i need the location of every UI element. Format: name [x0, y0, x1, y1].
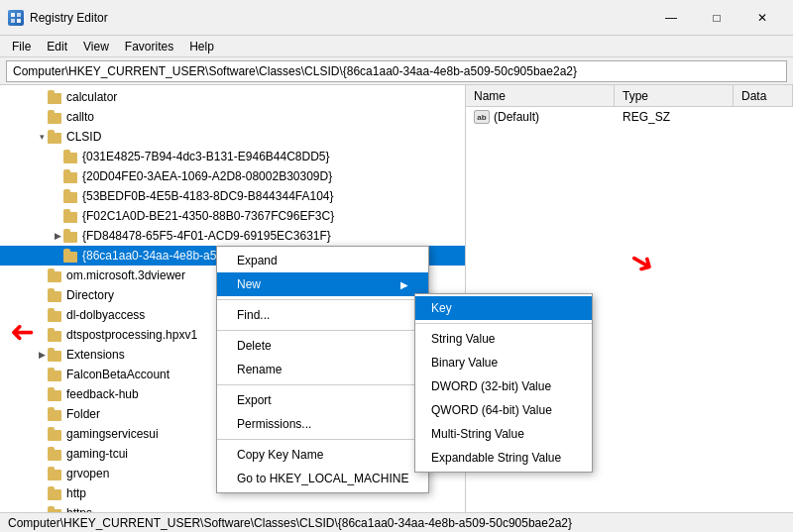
expand-arrow[interactable]	[36, 107, 48, 127]
submenu-arrow: ▶	[400, 279, 408, 290]
folder-icon	[48, 427, 63, 441]
expand-arrow[interactable]	[36, 464, 48, 483]
folder-icon	[48, 467, 63, 480]
address-input[interactable]	[6, 60, 787, 82]
expand-arrow[interactable]	[36, 285, 48, 305]
menu-edit[interactable]: Edit	[39, 38, 75, 55]
tree-item[interactable]: callto	[0, 107, 465, 127]
tree-item-label: Folder	[66, 407, 100, 421]
context-menu-item[interactable]: Export	[217, 388, 428, 412]
window-title: Registry Editor	[30, 11, 648, 25]
folder-icon	[48, 130, 63, 144]
submenu-item[interactable]: QWORD (64-bit) Value	[415, 398, 592, 422]
maximize-button[interactable]: □	[694, 3, 739, 33]
tree-item-label: Directory	[66, 288, 114, 302]
submenu-item[interactable]: Binary Value	[415, 351, 592, 374]
folder-icon	[63, 209, 79, 223]
expand-arrow[interactable]: ▾	[36, 127, 48, 147]
folder-icon	[48, 268, 63, 282]
tree-item-label: http	[66, 486, 86, 500]
tree-item-label: {53BEDF0B-4E5B-4183-8DC9-B844344FA104}	[82, 189, 334, 203]
folder-icon	[63, 249, 79, 263]
detail-row[interactable]: ab(Default)REG_SZ	[466, 107, 793, 127]
expand-arrow[interactable]	[36, 365, 48, 384]
context-menu-item[interactable]: Rename	[217, 358, 428, 381]
tree-item-label: https	[66, 506, 92, 512]
submenu-separator	[415, 323, 592, 324]
context-menu-item[interactable]: Permissions...	[217, 412, 428, 436]
submenu-item[interactable]: DWORD (32-bit) Value	[415, 374, 592, 398]
tree-item[interactable]: calculator	[0, 87, 465, 107]
expand-arrow[interactable]	[36, 483, 48, 503]
expand-arrow[interactable]	[36, 266, 48, 285]
window-controls: — □ ✕	[648, 3, 785, 33]
tree-item-label: CLSID	[66, 130, 101, 144]
expand-arrow[interactable]	[52, 246, 63, 266]
close-button[interactable]: ✕	[739, 3, 785, 33]
context-menu-item[interactable]: Delete	[217, 334, 428, 358]
context-menu-item[interactable]: Go to HKEY_LOCAL_MACHINE	[217, 467, 428, 490]
expand-arrow[interactable]	[36, 424, 48, 444]
tree-item[interactable]: {53BEDF0B-4E5B-4183-8DC9-B844344FA104}	[0, 186, 465, 206]
context-menu-item[interactable]: New▶	[217, 272, 428, 296]
context-menu-separator	[217, 299, 428, 300]
ab-icon: ab	[474, 110, 490, 124]
submenu: KeyString ValueBinary ValueDWORD (32-bit…	[414, 293, 593, 473]
menu-help[interactable]: Help	[181, 38, 222, 55]
expand-arrow[interactable]	[36, 305, 48, 325]
submenu-item[interactable]: Key	[415, 296, 592, 320]
detail-cell-type: REG_SZ	[615, 110, 734, 124]
tree-item[interactable]: {031E4825-7B94-4dc3-B131-E946B44C8DD5}	[0, 147, 465, 166]
context-menu-separator	[217, 439, 428, 440]
tree-item-label: feedback-hub	[66, 387, 139, 401]
tree-item[interactable]: {20D04FE0-3AEA-1069-A2D8-08002B30309D}	[0, 166, 465, 186]
folder-icon	[48, 447, 63, 461]
menu-file[interactable]: File	[4, 38, 39, 55]
expand-arrow[interactable]	[52, 186, 63, 206]
tree-item[interactable]: https	[0, 503, 465, 512]
tree-item-label: Extensions	[66, 348, 125, 362]
svg-rect-1	[17, 13, 21, 17]
context-menu-separator	[217, 330, 428, 331]
expand-arrow[interactable]	[36, 503, 48, 512]
red-arrow-left: ➜	[10, 317, 35, 347]
folder-icon	[63, 189, 79, 203]
tree-item-label: grvopen	[66, 467, 109, 480]
tree-item-label: {20D04FE0-3AEA-1069-A2D8-08002B30309D}	[82, 169, 332, 183]
tree-item-label: gaming-tcui	[66, 447, 128, 461]
expand-arrow[interactable]	[36, 87, 48, 107]
minimize-button[interactable]: —	[648, 3, 694, 33]
tree-item[interactable]: ▾CLSID	[0, 127, 465, 147]
title-bar: Registry Editor — □ ✕	[0, 0, 793, 36]
expand-arrow[interactable]	[52, 166, 63, 186]
folder-icon	[48, 407, 63, 421]
context-menu-separator	[217, 384, 428, 385]
tree-item-label: calculator	[66, 90, 117, 104]
tree-item[interactable]: ▶{FD848478-65F5-4F01-ACD9-69195EC3631F}	[0, 226, 465, 246]
status-bar: Computer\HKEY_CURRENT_USER\Software\Clas…	[0, 512, 793, 532]
context-menu: ExpandNew▶Find...DeleteRenameExportPermi…	[216, 246, 429, 493]
svg-rect-2	[11, 19, 15, 23]
context-menu-item[interactable]: Expand	[217, 249, 428, 272]
menu-bar: File Edit View Favorites Help	[0, 36, 793, 57]
expand-arrow[interactable]	[36, 384, 48, 404]
submenu-item[interactable]: String Value	[415, 327, 592, 351]
folder-icon	[48, 506, 63, 512]
context-menu-item[interactable]: Find...	[217, 303, 428, 327]
submenu-item[interactable]: Expandable String Value	[415, 446, 592, 470]
expand-arrow[interactable]	[36, 444, 48, 464]
expand-arrow[interactable]: ▶	[52, 226, 63, 246]
col-name: Name	[466, 85, 615, 106]
address-bar	[0, 57, 793, 85]
menu-favorites[interactable]: Favorites	[117, 38, 181, 55]
context-menu-item[interactable]: Copy Key Name	[217, 443, 428, 467]
submenu-item[interactable]: Multi-String Value	[415, 422, 592, 446]
menu-view[interactable]: View	[75, 38, 117, 55]
expand-arrow[interactable]: ▶	[36, 345, 48, 365]
expand-arrow[interactable]	[36, 325, 48, 345]
expand-arrow[interactable]	[52, 147, 63, 166]
folder-icon	[48, 90, 63, 104]
expand-arrow[interactable]	[52, 206, 63, 226]
expand-arrow[interactable]	[36, 404, 48, 424]
tree-item[interactable]: {F02C1A0D-BE21-4350-88B0-7367FC96EF3C}	[0, 206, 465, 226]
